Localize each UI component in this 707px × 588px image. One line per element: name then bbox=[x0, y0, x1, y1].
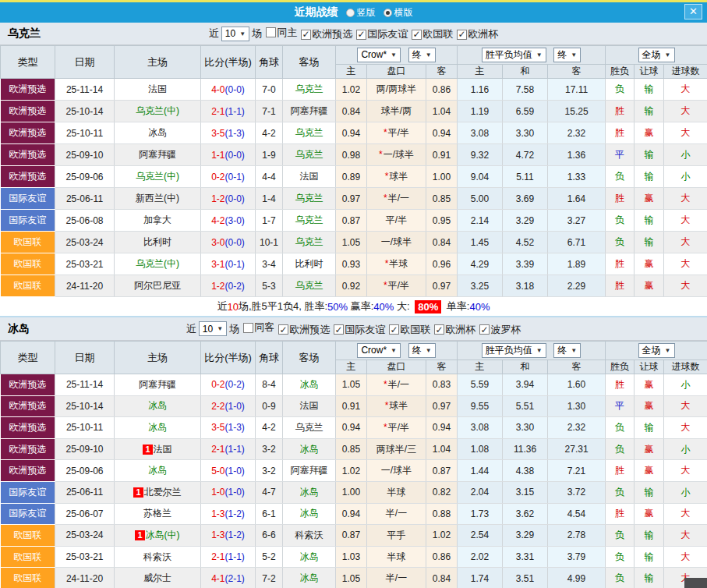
full-match-select[interactable]: 全场▼ bbox=[638, 343, 675, 358]
result-goals: 大 bbox=[664, 210, 707, 232]
result-goals: 大 bbox=[664, 275, 707, 297]
match-score: 4-0(0-0) bbox=[201, 79, 256, 101]
handicap: *半球 bbox=[367, 253, 426, 275]
caret-icon: ▼ bbox=[391, 347, 397, 354]
result-handicap: 输 bbox=[635, 210, 664, 232]
corner-score: 1-7 bbox=[256, 210, 283, 232]
full-match-header-cell: 全场▼ bbox=[606, 342, 707, 360]
handicap: *平/半 bbox=[367, 275, 426, 297]
avg-away: 15.25 bbox=[548, 101, 606, 122]
checkbox-checked-icon: ✓ bbox=[479, 324, 490, 335]
result-handicap: 赢 bbox=[635, 503, 664, 525]
match-score: 0-2(0-2) bbox=[201, 374, 256, 396]
avg-draw: 3.69 bbox=[503, 188, 548, 210]
result-winloss: 负 bbox=[606, 232, 635, 253]
league-filter-checkbox[interactable]: ✓欧国联 bbox=[389, 323, 430, 337]
away-odds: 0.94 bbox=[426, 417, 458, 439]
match-type-badge: 欧洲预选 bbox=[1, 144, 55, 166]
match-date: 25-11-14 bbox=[55, 79, 115, 101]
avg-home: 9.55 bbox=[458, 395, 503, 417]
result-goals: 大 bbox=[664, 122, 707, 144]
full-match-select[interactable]: 全场▼ bbox=[638, 48, 675, 62]
corner-score: 7-2 bbox=[256, 568, 283, 588]
avg-draw: 6.59 bbox=[503, 101, 548, 122]
avg-home: 3.08 bbox=[458, 417, 503, 439]
corner-score: 3-2 bbox=[256, 460, 283, 482]
titlebar: 近期战绩 竖版 横版 ✕ bbox=[0, 2, 707, 23]
league-filter-checkbox[interactable]: ✓欧洲杯 bbox=[457, 27, 498, 41]
checkbox-label: 欧洲杯 bbox=[468, 27, 498, 41]
league-filter-checkbox[interactable]: ✓欧国联 bbox=[412, 27, 453, 41]
same-venue-checkbox[interactable]: 同主 bbox=[266, 26, 297, 40]
close-icon[interactable]: ✕ bbox=[684, 4, 702, 19]
result-winloss: 负 bbox=[606, 438, 635, 460]
match-count-select[interactable]: 10 ▼ bbox=[221, 27, 249, 41]
match-date: 25-09-06 bbox=[55, 460, 115, 482]
col-handicap: 盘口 bbox=[367, 65, 426, 79]
home-team: 冰岛 bbox=[115, 417, 201, 439]
league-filter-checkbox[interactable]: ✓国际友谊 bbox=[356, 27, 408, 41]
avg-home: 1.45 bbox=[458, 232, 503, 253]
summary-segment: 40% bbox=[373, 301, 394, 313]
handicap: *平/半 bbox=[367, 122, 426, 144]
home-odds: 0.85 bbox=[336, 438, 367, 460]
home-odds: 1.03 bbox=[336, 546, 367, 568]
avg-draw: 3.29 bbox=[503, 210, 548, 232]
checkbox-label: 国际友谊 bbox=[367, 27, 408, 41]
result-goals: 大 bbox=[664, 253, 707, 275]
result-handicap: 赢 bbox=[635, 395, 664, 417]
match-score: 2-1(1-1) bbox=[201, 438, 256, 460]
summary-segment: 单率: bbox=[444, 299, 469, 313]
checkbox-checked-icon: ✓ bbox=[278, 324, 288, 335]
avg-mode-select[interactable]: 胜平负均值▼ bbox=[482, 343, 546, 358]
result-winloss: 负 bbox=[606, 417, 635, 439]
result-handicap: 赢 bbox=[635, 122, 664, 144]
col-odds-away: 客 bbox=[426, 65, 458, 79]
result-goals: 大 bbox=[664, 188, 707, 210]
league-filter-checkbox[interactable]: ✓欧洲预选 bbox=[301, 27, 352, 41]
star-icon: * bbox=[385, 171, 389, 182]
handicap: 平手 bbox=[367, 525, 426, 547]
league-filter-checkbox[interactable]: ✓国际友谊 bbox=[334, 323, 385, 337]
result-handicap: 输 bbox=[635, 546, 664, 568]
league-filter-checkbox[interactable]: ✓欧洲预选 bbox=[278, 323, 330, 337]
col-odds-home: 主 bbox=[336, 65, 367, 79]
league-filter-checkbox[interactable]: ✓欧洲杯 bbox=[434, 323, 475, 337]
caret-icon: ▼ bbox=[426, 347, 432, 354]
match-date: 25-11-14 bbox=[55, 374, 115, 396]
result-handicap: 输 bbox=[635, 568, 664, 588]
layout-vertical-radio[interactable]: 竖版 bbox=[346, 6, 376, 19]
bookmaker-select[interactable]: Crow*▼ bbox=[357, 48, 401, 62]
caret-icon: ▼ bbox=[571, 347, 577, 354]
avg-draw: 3.94 bbox=[503, 374, 548, 396]
summary-segment: 80% bbox=[415, 300, 441, 313]
avg-away: 1.30 bbox=[548, 395, 606, 417]
avg-away: 3.72 bbox=[548, 481, 606, 503]
odds-final-select[interactable]: 终▼ bbox=[408, 48, 436, 62]
match-count-select[interactable]: 10 ▼ bbox=[199, 321, 227, 336]
same-venue-checkbox[interactable]: 同客 bbox=[243, 321, 274, 335]
league-filter-checkbox[interactable]: ✓波罗杯 bbox=[479, 323, 521, 337]
avg-home: 2.14 bbox=[458, 210, 503, 232]
bookmaker-select[interactable]: Crow*▼ bbox=[357, 343, 401, 358]
result-handicap: 输 bbox=[635, 166, 664, 188]
odds-final-select[interactable]: 终▼ bbox=[408, 343, 436, 358]
home-team: 阿塞拜疆 bbox=[115, 144, 201, 166]
checkbox-checked-icon: ✓ bbox=[389, 324, 399, 335]
handicap: 半球 bbox=[367, 546, 426, 568]
match-type-badge: 欧国联 bbox=[1, 525, 55, 547]
result-handicap: 赢 bbox=[635, 460, 664, 482]
away-odds: 0.84 bbox=[426, 232, 458, 253]
avg-mode-select[interactable]: 胜平负均值▼ bbox=[482, 48, 546, 62]
checkbox-label: 欧洲预选 bbox=[289, 323, 330, 337]
match-score: 1-0(1-0) bbox=[201, 481, 256, 503]
corner-score: 7-0 bbox=[256, 79, 283, 101]
layout-horizontal-radio[interactable]: 横版 bbox=[384, 6, 413, 19]
avg-home: 1.08 bbox=[458, 438, 503, 460]
avg-final-select[interactable]: 终▼ bbox=[553, 343, 581, 358]
star-icon: * bbox=[384, 379, 387, 390]
avg-final-select[interactable]: 终▼ bbox=[553, 48, 581, 62]
match-date: 25-06-11 bbox=[55, 188, 115, 210]
radio-selected-icon bbox=[384, 9, 392, 17]
result-handicap: 输 bbox=[635, 101, 664, 122]
